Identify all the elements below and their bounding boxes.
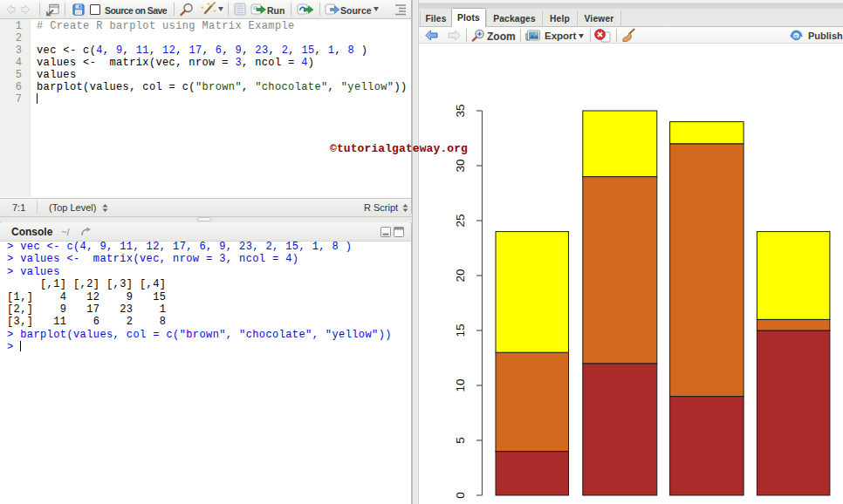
svg-text:10: 10	[454, 378, 467, 392]
svg-text:0: 0	[454, 492, 467, 499]
svg-text:S: S	[794, 34, 798, 39]
svg-text:30: 30	[454, 159, 467, 172]
svg-text:20: 20	[454, 269, 467, 282]
svg-text:25: 25	[454, 214, 467, 227]
svg-text:5: 5	[454, 437, 467, 444]
svg-text:35: 35	[454, 104, 467, 117]
svg-text:15: 15	[454, 324, 467, 337]
